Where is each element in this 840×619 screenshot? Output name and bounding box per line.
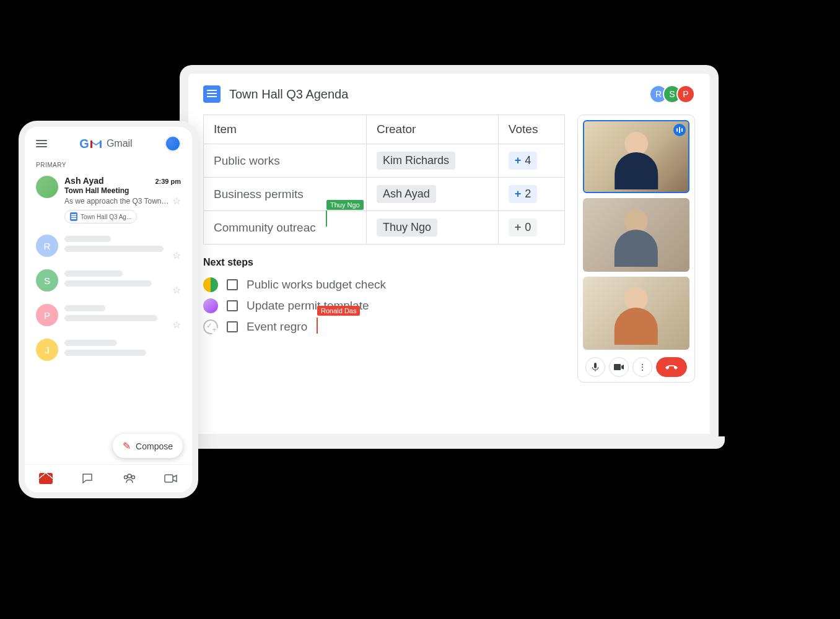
agenda-table[interactable]: Item Creator Votes Public works Kim Rich… — [203, 115, 565, 245]
svg-point-2 — [131, 476, 134, 479]
nav-chat-icon[interactable] — [81, 472, 94, 485]
creator-chip[interactable]: Kim Richards — [377, 152, 455, 170]
avatar-s: S — [36, 269, 58, 292]
camera-button[interactable] — [609, 357, 629, 377]
collaborator-cursor-red — [317, 318, 318, 334]
assignee-avatar[interactable] — [203, 298, 218, 313]
google-docs-window: Town Hall Q3 Agenda R S P Item Creator V… — [188, 74, 710, 434]
step-row: Public works budget check — [203, 274, 565, 295]
star-icon[interactable]: ☆ — [172, 249, 181, 261]
vote-button[interactable]: +2 — [509, 185, 538, 203]
email-sender: Ash Ayad — [64, 176, 104, 186]
email-subject: Town Hall Meeting — [64, 186, 181, 195]
vote-button[interactable]: +4 — [509, 152, 538, 170]
next-steps-heading: Next steps — [203, 257, 565, 268]
google-docs-icon — [203, 85, 221, 103]
docs-icon — [70, 212, 77, 221]
step-row: Update permit template — [203, 295, 565, 316]
th-item[interactable]: Item — [204, 115, 367, 144]
vote-button[interactable]: +0 — [509, 219, 538, 236]
assignee-avatar[interactable] — [203, 277, 218, 292]
profile-avatar[interactable] — [165, 136, 181, 152]
mic-button[interactable] — [585, 357, 605, 377]
collaborators-list: R S P — [654, 85, 695, 103]
th-votes[interactable]: Votes — [498, 115, 564, 144]
avatar-r: R — [36, 235, 58, 257]
sender-avatar — [36, 176, 58, 198]
svg-point-0 — [128, 474, 131, 478]
gmail-header: G Gmail — [25, 127, 192, 158]
doc-header: Town Hall Q3 Agenda R S P — [188, 74, 710, 115]
email-placeholder: P ☆ — [25, 298, 192, 332]
email-placeholder: S ☆ — [25, 263, 192, 298]
hangup-button[interactable] — [656, 357, 687, 377]
step-checkbox[interactable] — [227, 300, 238, 311]
compose-button[interactable]: ✎ Compose — [113, 434, 183, 458]
doc-title[interactable]: Town Hall Q3 Agenda — [229, 87, 348, 102]
assign-icon[interactable] — [203, 319, 218, 334]
video-tile-1[interactable] — [583, 120, 689, 193]
attachment-chip[interactable]: Town Hall Q3 Ag... — [64, 210, 137, 223]
avatar-p: P — [36, 304, 58, 326]
collaborator-cursor-green — [326, 210, 327, 227]
table-row: Public works Kim Richards +4 — [204, 144, 565, 178]
email-placeholder: J — [25, 332, 192, 367]
meet-controls: ⋮ — [583, 355, 689, 377]
cursor-label-green: Thuy Ngo — [326, 200, 364, 210]
creator-chip[interactable]: Thuy Ngo — [377, 219, 437, 236]
google-meet-panel: ⋮ — [577, 115, 695, 383]
th-creator[interactable]: Creator — [367, 115, 499, 144]
laptop-frame: Town Hall Q3 Agenda R S P Item Creator V… — [180, 65, 719, 443]
step-checkbox[interactable] — [227, 321, 238, 332]
email-placeholder: R ☆ — [25, 228, 192, 263]
pencil-icon: ✎ — [123, 440, 131, 452]
step-checkbox[interactable] — [227, 279, 238, 290]
step-row: Event regro Ronald Das — [203, 316, 565, 337]
table-row: Community outreac Thuy Ngo +0 — [204, 211, 565, 245]
star-icon[interactable]: ☆ — [172, 284, 181, 296]
creator-chip[interactable]: Ash Ayad — [377, 185, 436, 203]
email-item[interactable]: Ash Ayad 2:39 pm Town Hall Meeting As we… — [25, 171, 192, 228]
more-options-button[interactable]: ⋮ — [632, 357, 652, 377]
svg-rect-3 — [165, 475, 173, 482]
speaking-indicator-icon — [673, 124, 686, 136]
video-tile-2[interactable] — [583, 198, 689, 271]
category-label: PRIMARY — [25, 158, 192, 171]
nav-meet-icon[interactable] — [164, 472, 178, 485]
email-preview: As we approach the Q3 Town Ha... — [64, 197, 170, 206]
nav-spaces-icon[interactable] — [123, 472, 136, 485]
avatar-j: J — [36, 339, 58, 361]
star-icon[interactable]: ☆ — [172, 195, 181, 207]
hamburger-menu-icon[interactable] — [36, 140, 47, 147]
laptop-base — [173, 436, 725, 449]
star-icon[interactable]: ☆ — [172, 319, 181, 331]
nav-mail-icon[interactable] — [39, 472, 53, 485]
gmail-m-icon: G — [79, 137, 103, 151]
collaborator-avatar-p[interactable]: P — [676, 85, 695, 103]
svg-point-1 — [124, 476, 127, 479]
video-tile-3[interactable] — [583, 277, 689, 350]
bottom-nav — [25, 464, 192, 492]
table-row: Business permits Ash Ayad +2 — [204, 178, 565, 211]
email-time: 2:39 pm — [155, 178, 181, 185]
cursor-label-red: Ronald Das — [317, 306, 360, 316]
gmail-logo[interactable]: G Gmail — [79, 137, 132, 151]
phone-frame: G Gmail PRIMARY Ash Ayad 2:39 pm Town Ha… — [19, 121, 198, 498]
